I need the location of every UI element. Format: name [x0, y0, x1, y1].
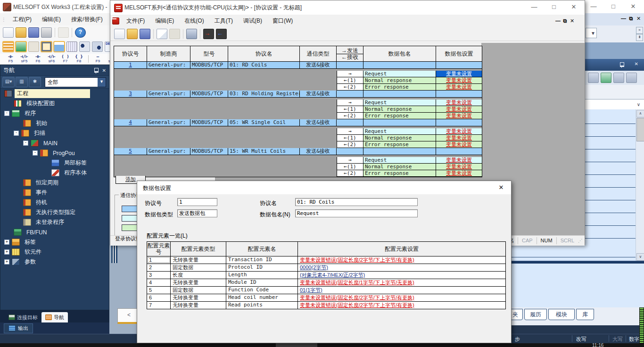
tree-display-icon[interactable]: ▤▾: [2, 77, 15, 87]
toolbar-dropdown[interactable]: ▼: [586, 28, 597, 38]
save-icon[interactable]: [140, 29, 150, 39]
pps-menu-item[interactable]: 编辑(E): [150, 15, 179, 27]
mdi-minimize-icon[interactable]: —: [554, 18, 561, 24]
write-to-module-icon[interactable]: [203, 29, 214, 39]
packet-row[interactable]: ←(2)Error response变量未设置: [114, 170, 482, 177]
watch-list-fragment[interactable]: [507, 245, 636, 261]
clipboard-icon[interactable]: [58, 27, 69, 38]
tree-item-module-config[interactable]: 模块配置图: [0, 99, 109, 108]
copy-icon[interactable]: [157, 29, 167, 39]
nav-window-icon[interactable]: [3, 41, 14, 52]
pin-icon[interactable]: [94, 68, 99, 73]
windows-taskbar[interactable]: 11:16: [0, 343, 644, 347]
element-setting-link[interactable]: 变量未设置错误(固定长度/2字节/下上字节/有更换): [300, 302, 414, 308]
tree-item-program-exec[interactable]: 事件: [0, 188, 109, 198]
pps-menu-item[interactable]: 工具(T): [209, 15, 238, 27]
protocol-row[interactable]: 1General-pur:MODBUS/TCP01: RD Coils发送&接收: [114, 62, 482, 69]
gx-minimize-icon[interactable]: —: [588, 2, 599, 11]
tree-expander-icon[interactable]: +: [4, 249, 9, 255]
variable-unset-link[interactable]: 变量未设置: [446, 71, 472, 76]
element-setting-cell[interactable]: 变量未设置错误(固定长度/2字节/下上字节/有更换): [298, 256, 505, 264]
gx-menu-item[interactable]: 搜索/替换(F): [66, 13, 108, 25]
protocol-name-field[interactable]: [295, 198, 418, 206]
tree-expander-icon[interactable]: -: [14, 131, 19, 136]
variable-unset-link[interactable]: 变量未设置: [446, 141, 472, 147]
element-setting-link[interactable]: 01(1字节): [300, 287, 322, 293]
packet-row[interactable]: ←(1)Normal response变量未设置: [114, 106, 482, 113]
watch-list[interactable]: [585, 109, 636, 245]
element-row[interactable]: 2固定数据Protocol ID0000(2字节): [147, 264, 505, 272]
docked-tab[interactable]: 库: [576, 309, 594, 320]
find-in-window-icon[interactable]: [92, 41, 103, 52]
gx-close-icon[interactable]: ✕: [628, 2, 638, 11]
variable-unset-link[interactable]: 变量未设置: [446, 84, 472, 90]
print-icon[interactable]: [41, 27, 52, 38]
element-setting-link[interactable]: (对象元素4-7/HEX/正/2字节): [300, 272, 365, 278]
element-setting-cell[interactable]: 变量未设置错误(固定长度/2字节/下上字节/有更换): [298, 302, 505, 309]
protocol-no-link[interactable]: 5: [114, 148, 147, 155]
save-icon[interactable]: [28, 27, 39, 38]
packet-row[interactable]: ←(1)Normal response变量未设置: [114, 77, 482, 84]
ladder-sF6-button[interactable]: ⊣/⊢sF6: [45, 55, 58, 63]
element-setting-cell[interactable]: 变量未设置错误(固定长度/2字节/下上字节/有更换): [298, 294, 505, 301]
panel-close-icon[interactable]: ✕: [102, 68, 106, 73]
mdi-restore-icon[interactable]: ⧉: [561, 18, 569, 24]
element-setting-link[interactable]: 变量未设置错误(固定长度/2字节/下上字节/有更换): [300, 295, 414, 300]
packet-setting-link[interactable]: 变量未设置: [436, 99, 482, 106]
watch-scrollbar[interactable]: ∧ ∨: [636, 109, 644, 261]
variable-unset-link[interactable]: 变量未设置: [446, 99, 472, 105]
help-icon[interactable]: [75, 27, 86, 38]
tree-item-program[interactable]: -程序: [0, 108, 109, 118]
element-setting-cell[interactable]: 变量未设置错误(固定长度/1字节/下上字节/无更换): [298, 279, 505, 286]
protocol-no-link[interactable]: 5: [129, 148, 132, 154]
packet-row[interactable]: ←(2)Error response变量未设置: [114, 84, 482, 91]
variable-unset-link[interactable]: 变量未设置: [446, 164, 472, 169]
find-icon[interactable]: [79, 41, 90, 52]
tab-connection[interactable]: 连接目标: [5, 312, 41, 322]
scroll-thumb[interactable]: [636, 118, 644, 141]
element-no-cell[interactable]: 5: [147, 287, 171, 294]
pps-minimize-icon[interactable]: —: [529, 2, 539, 12]
pin-icon[interactable]: [620, 62, 624, 67]
panel-close-icon[interactable]: ✕: [635, 61, 638, 66]
packet-row[interactable]: →Request变量未设置: [114, 128, 482, 135]
read-from-module-icon[interactable]: [216, 29, 227, 39]
tree-item-program-exec[interactable]: 初始: [0, 118, 109, 128]
module-icon[interactable]: [41, 41, 52, 52]
tree-item-program-exec[interactable]: 无执行类型指定: [0, 207, 109, 217]
tree-item-progpou[interactable]: -ProgPou: [0, 148, 109, 158]
packet-setting-link[interactable]: 变量未设置: [436, 128, 482, 135]
variable-unset-link[interactable]: 变量未设置: [446, 135, 472, 140]
mdi-close-icon[interactable]: ✕: [569, 18, 576, 24]
toolbar-overflow-icon[interactable]: »: [636, 27, 643, 34]
element-row[interactable]: 4无转换变量Module ID变量未设置错误(固定长度/1字节/下上字节/无更换…: [147, 279, 505, 287]
variable-unset-link[interactable]: 变量未设置: [446, 128, 472, 134]
register-watch-icon[interactable]: [613, 73, 624, 83]
packet-type-field[interactable]: [177, 209, 217, 217]
tree-expander-icon[interactable]: +: [4, 259, 9, 264]
tree-item-program-exec[interactable]: 待机: [0, 198, 109, 207]
variable-unset-link[interactable]: 变量未设置: [446, 157, 472, 163]
ladder-F5-button[interactable]: ⊣⊢F5: [4, 55, 17, 63]
element-setting-cell[interactable]: 0000(2字节): [298, 264, 505, 271]
packet-row[interactable]: ←(2)Error response变量未设置: [114, 113, 482, 119]
tree-item-local-label[interactable]: 局部标签: [0, 158, 109, 168]
packet-name-field[interactable]: [295, 209, 418, 217]
packet-row[interactable]: →Request变量未设置: [114, 157, 482, 164]
protocol-no-field[interactable]: [177, 198, 217, 206]
packet-setting-link[interactable]: 变量未设置: [436, 157, 482, 164]
tree-item-program-exec[interactable]: -扫描: [0, 128, 109, 138]
tab-navigation[interactable]: 导航: [41, 312, 68, 322]
element-no-cell[interactable]: 7: [147, 302, 171, 309]
protocol-no-link[interactable]: 4: [129, 119, 132, 125]
ladder-sF5-button[interactable]: ⊣/⊢sF5: [17, 55, 31, 63]
mdi-restore-icon[interactable]: ⧉: [627, 16, 635, 22]
delete-watch-icon[interactable]: [626, 73, 637, 83]
watch-filter-dropdown[interactable]: ∨: [585, 99, 644, 110]
docked-tab[interactable]: 模块: [548, 309, 575, 320]
packet-setting-link[interactable]: 变量未设置: [436, 84, 482, 91]
variable-unset-link[interactable]: 变量未设置: [446, 170, 472, 176]
packet-setting-link[interactable]: 变量未设置: [436, 106, 482, 113]
open-icon[interactable]: [127, 29, 138, 39]
element-no-cell[interactable]: 6: [147, 294, 171, 301]
